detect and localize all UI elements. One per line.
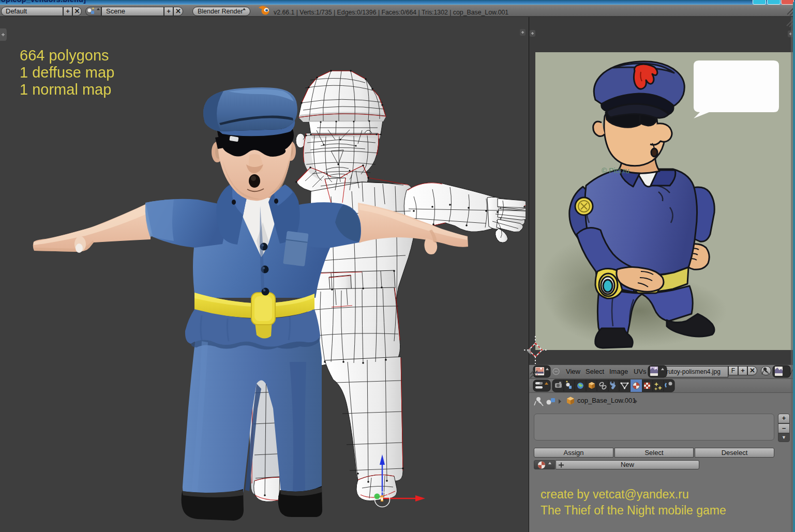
svg-text:© Pict.ru: © Pict.ru <box>602 166 629 175</box>
